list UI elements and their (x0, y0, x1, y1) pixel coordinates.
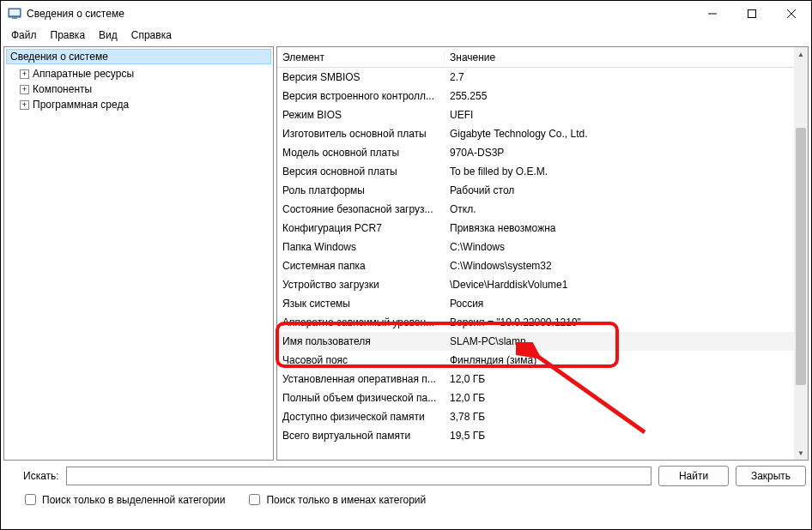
table-row[interactable]: Полный объем физической па...12,0 ГБ (277, 388, 794, 407)
svg-rect-2 (12, 17, 17, 19)
vertical-scrollbar[interactable]: ▲ ▼ (794, 47, 808, 460)
tree-item[interactable]: +Компоненты (4, 81, 273, 97)
tree-root[interactable]: Сведения о системе (6, 49, 271, 64)
cell-element: Системная папка (277, 260, 445, 272)
search-label: Искать: (23, 470, 59, 482)
table-row[interactable]: Версия SMBIOS2.7 (277, 68, 794, 87)
cell-value: Привязка невозможна (445, 222, 794, 234)
cell-value: SLAM-PC\slamn (445, 335, 794, 347)
tree-item[interactable]: +Программная среда (4, 97, 273, 112)
expand-icon[interactable]: + (20, 69, 29, 79)
table-row[interactable]: Язык системыРоссия (277, 294, 794, 313)
cell-value: Gigabyte Technology Co., Ltd. (445, 128, 794, 140)
cell-value: 12,0 ГБ (445, 392, 794, 404)
menubar: Файл Правка Вид Справка (1, 27, 811, 44)
cell-element: Полный объем физической па... (277, 392, 445, 404)
tree-item-label: Компоненты (33, 83, 92, 95)
cell-element: Режим BIOS (277, 109, 445, 121)
cell-element: Роль платформы (277, 184, 445, 196)
table-body[interactable]: Версия SMBIOS2.7Версия встроенного контр… (277, 68, 794, 460)
window-title: Сведения о системе (27, 8, 124, 20)
table-row[interactable]: Всего виртуальной памяти19,5 ГБ (277, 426, 794, 445)
scroll-down-icon[interactable]: ▼ (794, 446, 808, 460)
chk-category-names-label: Поиск только в именах категорий (266, 494, 426, 506)
cell-value: Финляндия (зима) (445, 354, 794, 366)
table-row[interactable]: Состояние безопасной загруз...Откл. (277, 200, 794, 219)
search-bar: Искать: Найти Закрыть (1, 461, 811, 488)
tree-item[interactable]: +Аппаратные ресурсы (4, 66, 273, 81)
find-button[interactable]: Найти (658, 466, 729, 486)
chk-category-names[interactable]: Поиск только в именах категорий (245, 491, 426, 508)
cell-value: Рабочий стол (445, 184, 794, 196)
menu-edit[interactable]: Правка (44, 27, 93, 43)
content-area: Сведения о системе +Аппаратные ресурсы+К… (1, 44, 811, 461)
search-options: Поиск только в выделенной категории Поис… (1, 488, 811, 513)
cell-element: Конфигурация PCR7 (277, 222, 445, 234)
cell-value: 12,0 ГБ (445, 373, 794, 385)
scroll-up-icon[interactable]: ▲ (794, 47, 808, 61)
scroll-track[interactable] (794, 61, 808, 446)
cell-element: Состояние безопасной загруз... (277, 203, 445, 215)
table-row[interactable]: Модель основной платы970A-DS3P (277, 143, 794, 162)
scroll-thumb[interactable] (796, 128, 806, 385)
table-row[interactable]: Имя пользователяSLAM-PC\slamn (277, 332, 794, 351)
table-row[interactable]: Папка WindowsC:\Windows (277, 238, 794, 256)
menu-help[interactable]: Справка (124, 27, 179, 43)
search-input[interactable] (66, 467, 651, 485)
window-controls (693, 1, 811, 27)
cell-element: Версия SMBIOS (277, 71, 445, 83)
cell-value: 19,5 ГБ (445, 430, 794, 442)
table-row[interactable]: Доступно физической памяти3,78 ГБ (277, 407, 794, 426)
cell-element: Всего виртуальной памяти (277, 430, 445, 442)
menu-file[interactable]: Файл (4, 27, 44, 43)
close-search-button[interactable]: Закрыть (736, 466, 806, 486)
table-row[interactable]: Системная папкаC:\Windows\system32 (277, 256, 794, 275)
cell-value: C:\Windows (445, 241, 794, 253)
col-value[interactable]: Значение (445, 51, 808, 63)
table-row[interactable]: Версия встроенного контролл...255.255 (277, 87, 794, 105)
cell-value: \Device\HarddiskVolume1 (445, 279, 794, 291)
table-row[interactable]: Версия основной платыTo be filled by O.E… (277, 162, 794, 181)
cell-value: Россия (445, 298, 794, 310)
chk-selected-category[interactable]: Поиск только в выделенной категории (21, 491, 225, 508)
maximize-button[interactable] (732, 1, 772, 27)
close-button[interactable] (772, 1, 811, 27)
titlebar: Сведения о системе (1, 1, 811, 27)
expand-icon[interactable]: + (20, 85, 29, 94)
table-row[interactable]: Часовой поясФинляндия (зима) (277, 351, 794, 370)
cell-element: Устройство загрузки (277, 279, 445, 291)
tree-item-label: Программная среда (33, 99, 129, 111)
minimize-button[interactable] (693, 1, 732, 27)
table-row[interactable]: Конфигурация PCR7Привязка невозможна (277, 219, 794, 238)
table-panel: Элемент Значение Версия SMBIOS2.7Версия … (276, 46, 809, 461)
table-row[interactable]: Аппаратно-зависимый уровен...Версия = "1… (277, 313, 794, 332)
cell-value: To be filled by O.E.M. (445, 166, 794, 178)
chk-selected-category-box[interactable] (25, 494, 36, 505)
table-row[interactable]: Роль платформыРабочий стол (277, 181, 794, 200)
cell-element: Установленная оперативная п... (277, 373, 445, 385)
cell-value: 255.255 (445, 90, 794, 102)
table-row[interactable]: Установленная оперативная п...12,0 ГБ (277, 370, 794, 388)
cell-element: Версия основной платы (277, 166, 445, 178)
table-row[interactable]: Устройство загрузки\Device\HarddiskVolum… (277, 275, 794, 294)
cell-value: Откл. (445, 203, 794, 215)
cell-value: 2.7 (445, 71, 794, 83)
cell-value: C:\Windows\system32 (445, 260, 794, 272)
menu-view[interactable]: Вид (92, 27, 124, 43)
svg-rect-4 (748, 10, 756, 18)
col-element[interactable]: Элемент (277, 51, 445, 63)
cell-value: 3,78 ГБ (445, 411, 794, 423)
expand-icon[interactable]: + (20, 100, 29, 110)
table-row[interactable]: Режим BIOSUEFI (277, 105, 794, 124)
table-row[interactable]: Изготовитель основной платыGigabyte Tech… (277, 124, 794, 143)
cell-element: Часовой пояс (277, 354, 445, 366)
cell-value: UEFI (445, 109, 794, 121)
app-icon (8, 7, 21, 21)
cell-element: Изготовитель основной платы (277, 128, 445, 140)
cell-element: Имя пользователя (277, 335, 445, 347)
cell-element: Доступно физической памяти (277, 411, 445, 423)
table-header: Элемент Значение (277, 47, 808, 68)
cell-element: Версия встроенного контролл... (277, 90, 445, 102)
tree-panel[interactable]: Сведения о системе +Аппаратные ресурсы+К… (3, 46, 274, 461)
chk-category-names-box[interactable] (249, 494, 260, 505)
